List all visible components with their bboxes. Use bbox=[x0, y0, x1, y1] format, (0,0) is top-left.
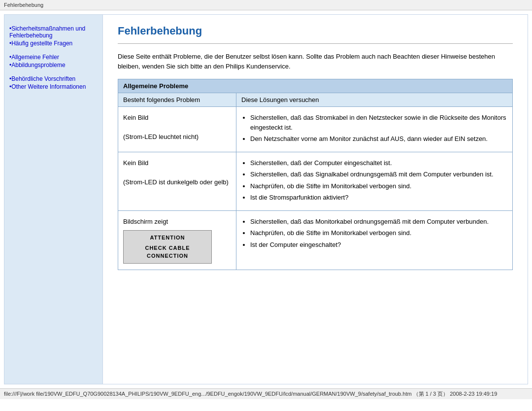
problem-text-1b: (Strom-LED leuchtet nicht) bbox=[123, 133, 199, 140]
attention-box: ATTENTION CHECK CABLE CONNECTION bbox=[123, 230, 212, 264]
table-section-header: Allgemeine Probleme bbox=[118, 79, 512, 93]
cell-problem-2: Kein Bild (Strom-LED ist dunkelgelb oder… bbox=[118, 152, 236, 210]
problem-text-2b: (Strom-LED ist dunkelgelb oder gelb) bbox=[123, 178, 229, 186]
browser-title-bar: Fehlerbehebung bbox=[0, 0, 532, 10]
solution-item: Ist der Computer eingeschaltet? bbox=[250, 240, 507, 250]
sidebar-group-2: •Allgemeine Fehler •Abbildungsprobleme bbox=[9, 53, 98, 69]
table-row: Kein Bild (Strom-LED ist dunkelgelb oder… bbox=[118, 152, 512, 211]
table-col-headers: Besteht folgendes Problem Diese Lösungen… bbox=[118, 93, 512, 107]
sidebar-link-faq[interactable]: •Häufig gestellte Fragen bbox=[9, 39, 98, 47]
cell-solutions-2: Sicherstellen, daß der Computer eingesch… bbox=[236, 152, 512, 210]
solutions-list-2: Sicherstellen, daß der Computer eingesch… bbox=[241, 158, 507, 203]
attention-title: ATTENTION bbox=[129, 234, 206, 242]
problem-text-2a: Kein Bild bbox=[123, 159, 148, 167]
page-wrapper: Fehlerbehebung •Sicherheitsmaßnahmen und… bbox=[0, 0, 532, 399]
sidebar: •Sicherheitsmaßnahmen und Fehlerbehebung… bbox=[4, 15, 103, 384]
solutions-list-3: Sicherstellen, daß das Monitorkabel ordn… bbox=[241, 217, 507, 250]
cell-solutions-3: Sicherstellen, daß das Monitorkabel ordn… bbox=[236, 211, 512, 270]
status-bar: file:///F|/work file/190VW_EDFU_Q70G9002… bbox=[0, 388, 532, 399]
solution-item: Nachprüfen, ob die Stifte im Monitorkabe… bbox=[250, 181, 507, 191]
solution-item: Den Netzschalter vorne am Monitor zunäch… bbox=[250, 134, 507, 144]
sidebar-link-behoerdlich[interactable]: •Behördliche Vorschriften bbox=[9, 75, 98, 83]
cell-solutions-1: Sicherstellen, daß das Stromkabel in den… bbox=[236, 107, 512, 152]
main-layout: •Sicherheitsmaßnahmen und Fehlerbehebung… bbox=[4, 14, 528, 384]
sidebar-link-abbildungsprobleme[interactable]: •Abbildungsprobleme bbox=[9, 61, 98, 69]
solution-item: Sicherstellen, daß der Computer eingesch… bbox=[250, 158, 507, 168]
sidebar-link-weitere[interactable]: •Other Weitere Informationen bbox=[9, 83, 98, 91]
table-row: Bildschirm zeigt ATTENTION CHECK CABLE C… bbox=[118, 211, 512, 270]
solutions-list-1: Sicherstellen, daß das Stromkabel in den… bbox=[241, 113, 507, 144]
solution-item: Nachprüfen, ob die Stifte im Monitorkabe… bbox=[250, 228, 507, 238]
problems-table: Allgemeine Probleme Besteht folgendes Pr… bbox=[118, 79, 513, 270]
solution-item: Ist die Stromsparfunktion aktiviert? bbox=[250, 193, 507, 203]
cell-problem-3: Bildschirm zeigt ATTENTION CHECK CABLE C… bbox=[118, 211, 236, 270]
problem-text-3a: Bildschirm zeigt bbox=[123, 218, 168, 225]
col-header-solutions: Diese Lösungen versuchen bbox=[236, 93, 512, 106]
problem-text-1a: Kein Bild bbox=[123, 114, 148, 121]
cell-problem-1: Kein Bild (Strom-LED leuchtet nicht) bbox=[118, 107, 236, 152]
sidebar-group-3: •Behördliche Vorschriften •Other Weitere… bbox=[9, 75, 98, 91]
solution-item: Sicherstellen, daß das Stromkabel in den… bbox=[250, 113, 507, 132]
sidebar-group-1: •Sicherheitsmaßnahmen und Fehlerbehebung… bbox=[9, 25, 98, 47]
sidebar-link-sicherheit[interactable]: •Sicherheitsmaßnahmen und Fehlerbehebung bbox=[9, 25, 98, 39]
page-title: Fehlerbehebung bbox=[118, 25, 513, 37]
sidebar-nav: •Sicherheitsmaßnahmen und Fehlerbehebung… bbox=[9, 25, 98, 96]
intro-text: Diese Seite enthält Probleme, die der Be… bbox=[118, 52, 513, 71]
sidebar-link-allgemeine-fehler[interactable]: •Allgemeine Fehler bbox=[9, 53, 98, 61]
solution-item: Sicherstellen, daß das Signalkabel ordnu… bbox=[250, 170, 507, 179]
title-divider bbox=[118, 43, 513, 44]
attention-message: CHECK CABLE CONNECTION bbox=[129, 244, 206, 260]
table-row: Kein Bild (Strom-LED leuchtet nicht) Sic… bbox=[118, 107, 512, 152]
col-header-problem: Besteht folgendes Problem bbox=[118, 93, 236, 106]
browser-title-text: Fehlerbehebung bbox=[4, 2, 43, 8]
solution-item: Sicherstellen, daß das Monitorkabel ordn… bbox=[250, 217, 507, 227]
content-area: Fehlerbehebung Diese Seite enthält Probl… bbox=[103, 15, 528, 384]
